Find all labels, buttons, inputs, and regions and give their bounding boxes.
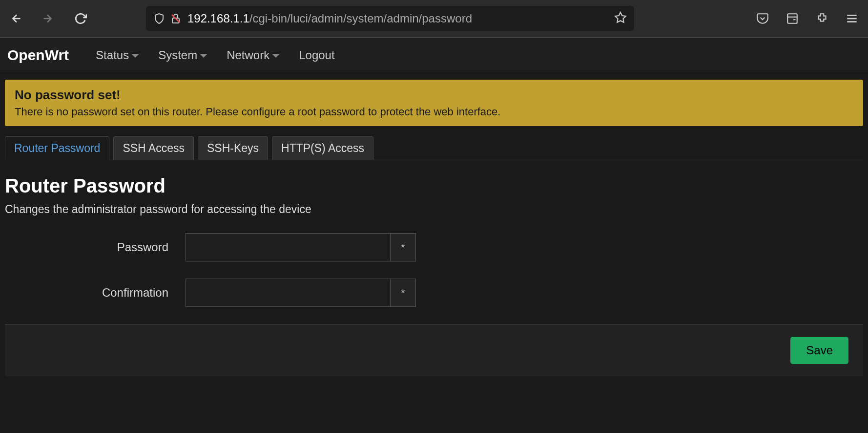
- back-button[interactable]: [10, 12, 23, 25]
- no-password-alert: No password set! There is no password se…: [5, 80, 863, 126]
- nav-buttons: [10, 12, 87, 25]
- password-label: Password: [5, 240, 186, 254]
- form-footer: Save: [5, 324, 863, 376]
- menu-system-label: System: [158, 48, 197, 62]
- bookmark-star-button[interactable]: [614, 11, 627, 26]
- confirmation-input-wrap: *: [186, 279, 416, 307]
- account-icon[interactable]: [786, 12, 799, 25]
- pocket-icon[interactable]: [756, 12, 769, 25]
- password-input[interactable]: [186, 233, 391, 261]
- password-row: Password *: [5, 233, 863, 261]
- page-content: No password set! There is no password se…: [0, 72, 868, 384]
- page-title: Router Password: [5, 175, 863, 197]
- menu-logout-label: Logout: [299, 48, 334, 62]
- toolbar-right: [756, 12, 858, 25]
- svg-marker-2: [615, 12, 626, 22]
- url-path: /cgi-bin/luci/admin/system/admin/passwor…: [249, 12, 472, 25]
- tab-router-password[interactable]: Router Password: [5, 136, 109, 160]
- urlbar-container: 192.168.1.1/cgi-bin/luci/admin/system/ad…: [146, 6, 722, 31]
- chevron-down-icon: [132, 54, 139, 58]
- menu-logout[interactable]: Logout: [299, 48, 334, 62]
- menu-system[interactable]: System: [158, 48, 207, 62]
- tab-ssh-keys[interactable]: SSH-Keys: [198, 136, 268, 160]
- confirmation-label: Confirmation: [5, 286, 186, 300]
- reload-button[interactable]: [74, 12, 87, 25]
- url-text[interactable]: 192.168.1.1/cgi-bin/luci/admin/system/ad…: [187, 12, 608, 25]
- menu-network-label: Network: [227, 48, 269, 62]
- hamburger-menu-icon[interactable]: [846, 12, 858, 25]
- save-button[interactable]: Save: [790, 337, 848, 364]
- tab-https-access[interactable]: HTTP(S) Access: [272, 136, 373, 160]
- url-host: 192.168.1.1: [187, 12, 249, 25]
- chevron-down-icon: [200, 54, 207, 58]
- svg-rect-3: [787, 14, 797, 23]
- tab-ssh-access[interactable]: SSH Access: [113, 136, 194, 160]
- menu-network[interactable]: Network: [227, 48, 279, 62]
- menu-status[interactable]: Status: [96, 48, 139, 62]
- page-subtitle: Changes the administrator password for a…: [5, 203, 863, 216]
- password-reveal-button[interactable]: *: [391, 233, 416, 261]
- shield-icon[interactable]: [153, 13, 165, 24]
- forward-button[interactable]: [41, 12, 54, 25]
- confirmation-input[interactable]: [186, 279, 391, 307]
- menu-items: Status System Network Logout: [96, 48, 335, 62]
- url-security-icons: [153, 13, 182, 24]
- openwrt-menu-bar: OpenWrt Status System Network Logout: [0, 38, 868, 72]
- browser-toolbar: 192.168.1.1/cgi-bin/luci/admin/system/ad…: [0, 0, 868, 38]
- urlbar[interactable]: 192.168.1.1/cgi-bin/luci/admin/system/ad…: [146, 6, 634, 31]
- alert-body: There is no password set on this router.…: [15, 106, 853, 118]
- alert-title: No password set!: [15, 87, 853, 103]
- password-input-wrap: *: [186, 233, 416, 261]
- insecure-lock-icon[interactable]: [170, 13, 182, 24]
- brand-logo[interactable]: OpenWrt: [7, 47, 69, 64]
- confirmation-row: Confirmation *: [5, 279, 863, 307]
- menu-status-label: Status: [96, 48, 129, 62]
- chevron-down-icon: [272, 54, 279, 58]
- confirmation-reveal-button[interactable]: *: [391, 279, 416, 307]
- admin-tabs: Router Password SSH Access SSH-Keys HTTP…: [5, 136, 863, 160]
- extensions-icon[interactable]: [816, 12, 828, 25]
